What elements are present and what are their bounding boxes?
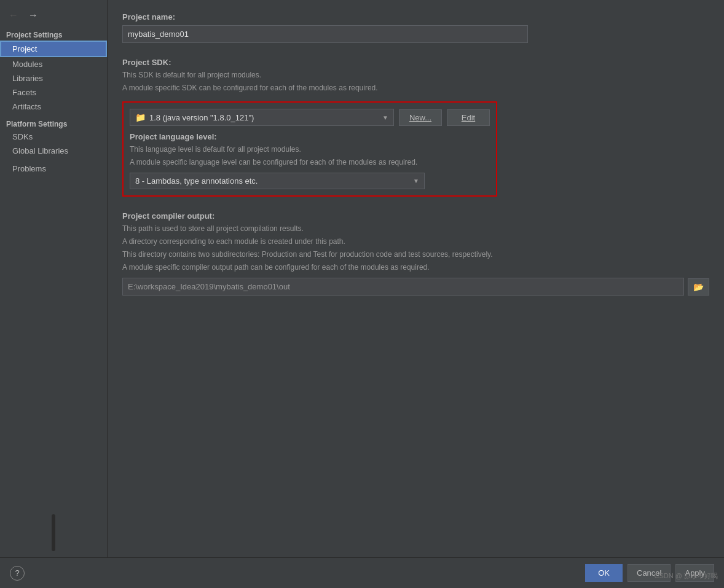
sdk-new-button[interactable]: New... [399,109,442,126]
sidebar-item-modules[interactable]: Modules [0,57,107,71]
language-level-dropdown[interactable]: 8 - Lambdas, type annotations etc. ▼ [130,173,425,189]
compiler-output-desc3: This directory contains two subdirectori… [122,249,709,260]
project-settings-label: Project Settings [0,28,107,41]
project-sdk-label: Project SDK: [122,58,709,67]
sidebar-item-artifacts[interactable]: Artifacts [0,100,107,114]
sidebar-item-global-libraries[interactable]: Global Libraries [0,144,107,158]
compiler-output-row: 📂 [122,278,709,296]
sidebar-item-sdks[interactable]: SDKs [0,130,107,144]
sidebar-scrollbar-area [0,508,107,557]
project-name-input[interactable] [122,25,528,43]
sdk-edit-button[interactable]: Edit [447,109,490,126]
folder-icon: 📂 [693,282,704,292]
ok-button[interactable]: OK [585,564,623,582]
sidebar-item-project[interactable]: Project [0,41,107,57]
project-sdk-desc2: A module specific SDK can be configured … [122,82,709,93]
project-name-label: Project name: [122,12,709,22]
project-sdk-desc1: This SDK is default for all project modu… [122,69,709,80]
language-level-desc2: A module specific language level can be … [130,157,490,168]
sdk-dropdown[interactable]: 📁 1.8 (java version "1.8.0_121") ▼ [130,109,394,126]
bottom-bar: ? OK Cancel Apply [0,557,724,588]
sdk-row: 📁 1.8 (java version "1.8.0_121") ▼ New..… [130,109,490,126]
compiler-output-folder-button[interactable]: 📂 [688,278,709,296]
compiler-output-input[interactable] [122,278,684,296]
language-level-desc1: This language level is default for all p… [130,144,490,155]
compiler-output-desc1: This path is used to store all project c… [122,223,709,234]
platform-settings-label: Platform Settings [0,117,107,130]
sidebar-item-libraries[interactable]: Libraries [0,71,107,85]
language-dropdown-arrow: ▼ [413,178,419,184]
language-level-label: Project language level: [130,132,490,141]
sdk-dropdown-arrow: ▼ [382,114,388,121]
nav-forward-button[interactable]: → [26,9,41,22]
content-area: Project name: Project SDK: This SDK is d… [108,0,724,557]
sdk-edit-label: Edit [462,113,475,122]
sdk-new-label: New... [409,113,431,122]
sidebar-item-facets[interactable]: Facets [0,85,107,100]
compiler-output-desc4: A module specific compiler output path c… [122,262,709,273]
sidebar-item-problems[interactable]: Problems [0,162,107,176]
sidebar: ← → Project Settings Project Modules Lib… [0,0,108,557]
nav-back-button[interactable]: ← [6,9,21,22]
language-dropdown-row: 8 - Lambdas, type annotations etc. ▼ [130,173,490,189]
compiler-output-desc2: A directory corresponding to each module… [122,236,709,247]
compiler-output-label: Project compiler output: [122,211,709,221]
watermark: CSDN @ 凉水不好喝 [655,571,718,581]
language-level-value: 8 - Lambdas, type annotations etc. [135,176,258,186]
sdk-value: 1.8 (java version "1.8.0_121") [149,113,254,122]
folder-icon: 📁 [135,112,146,122]
bottom-left: ? [10,566,25,581]
nav-arrows: ← → [0,5,107,28]
help-button[interactable]: ? [10,566,25,581]
red-highlight-box: 📁 1.8 (java version "1.8.0_121") ▼ New..… [122,101,497,197]
